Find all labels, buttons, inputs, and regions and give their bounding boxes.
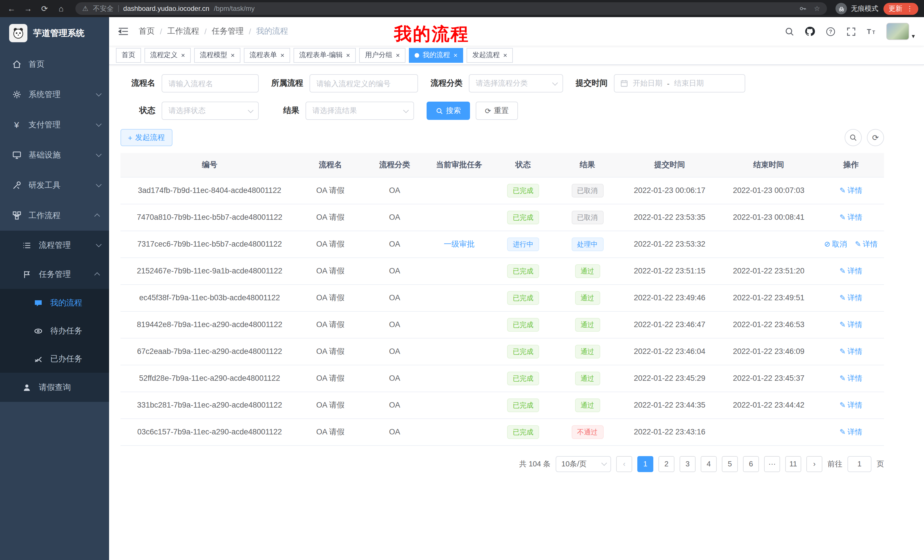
- close-icon[interactable]: ×: [280, 52, 284, 58]
- date-separator: -: [667, 79, 670, 88]
- detail-link[interactable]: ✎详情: [840, 346, 862, 356]
- detail-link[interactable]: ✎详情: [855, 239, 878, 249]
- user-avatar-menu[interactable]: ▾: [886, 23, 915, 40]
- close-icon[interactable]: ×: [346, 52, 350, 58]
- detail-link[interactable]: ✎详情: [840, 212, 862, 222]
- submit-time-range-picker[interactable]: 开始日期 - 结束日期: [614, 74, 745, 93]
- sidebar-item-workflow[interactable]: 工作流程: [0, 201, 109, 231]
- page-button-11[interactable]: 11: [785, 456, 801, 472]
- header-search-icon[interactable]: [784, 26, 795, 37]
- page-button-1[interactable]: 1: [638, 456, 653, 472]
- cell-submit-time: 2022-01-22 23:44:35: [620, 392, 720, 418]
- refresh-table-icon[interactable]: ⟳: [867, 129, 884, 146]
- close-icon[interactable]: ×: [181, 52, 185, 58]
- owner-process-input[interactable]: [309, 74, 418, 93]
- breadcrumb-item[interactable]: 任务管理: [212, 26, 244, 36]
- tab-label: 流程定义: [150, 50, 178, 60]
- sidebar-item-devtools[interactable]: 研发工具: [0, 170, 109, 201]
- cell-actions: ✎详情: [818, 418, 884, 445]
- chrome-update-button[interactable]: 更新 ⋮: [884, 3, 918, 15]
- prev-page-button[interactable]: ‹: [616, 456, 632, 472]
- detail-link[interactable]: ✎详情: [840, 266, 862, 276]
- sidebar-item-leave-query[interactable]: 请假查询: [0, 373, 109, 402]
- chevron-down-icon: [96, 151, 102, 157]
- cell-result: 通过: [555, 392, 620, 418]
- tab-my-process[interactable]: 我的流程 ×: [409, 48, 463, 63]
- password-key-icon[interactable]: [799, 4, 807, 13]
- sidebar-item-my-process[interactable]: 我的流程: [0, 289, 109, 317]
- sidebar-item-done-tasks[interactable]: 已办任务: [0, 345, 109, 373]
- font-size-icon[interactable]: TT: [866, 26, 878, 37]
- close-icon[interactable]: ×: [396, 52, 400, 58]
- cell-submit-time: 2022-01-22 23:51:15: [620, 258, 720, 284]
- cell-category: OA: [362, 231, 427, 258]
- browser-home-icon[interactable]: ⌂: [56, 3, 67, 14]
- status-select[interactable]: 请选择状态: [162, 102, 259, 120]
- bookmark-star-icon[interactable]: ☆: [814, 4, 820, 13]
- sidebar-item-todo-tasks[interactable]: 待办任务: [0, 317, 109, 345]
- browser-forward-icon[interactable]: →: [22, 3, 34, 14]
- close-icon[interactable]: ×: [503, 52, 507, 58]
- cell-current-task: 一级审批: [427, 231, 491, 258]
- tab-process-form-edit[interactable]: 流程表单-编辑 ×: [294, 48, 356, 63]
- sidebar-item-task-management[interactable]: 任务管理: [0, 260, 109, 289]
- detail-link[interactable]: ✎详情: [840, 319, 862, 329]
- browser-menu-icon[interactable]: ⋮: [906, 4, 913, 13]
- tab-process-form[interactable]: 流程表单 ×: [244, 48, 290, 63]
- close-icon[interactable]: ×: [453, 52, 458, 58]
- detail-link[interactable]: ✎详情: [840, 373, 862, 383]
- sidebar-item-system[interactable]: 系统管理: [0, 79, 109, 109]
- app-logo-row[interactable]: 芋道管理系统: [0, 17, 109, 49]
- browser-refresh-icon[interactable]: ⟳: [39, 3, 50, 14]
- sidebar-item-process-management[interactable]: 流程管理: [0, 231, 109, 260]
- fullscreen-icon[interactable]: [846, 26, 857, 37]
- next-page-button[interactable]: ›: [806, 456, 822, 472]
- detail-link[interactable]: ✎详情: [840, 427, 862, 437]
- detail-link[interactable]: ✎详情: [840, 293, 862, 303]
- breadcrumb-item[interactable]: 工作流程: [167, 26, 199, 36]
- tab-process-definition[interactable]: 流程定义 ×: [144, 48, 191, 63]
- create-process-button[interactable]: + 发起流程: [120, 129, 172, 146]
- detail-link[interactable]: ✎详情: [840, 185, 862, 196]
- tab-user-group[interactable]: 用户分组 ×: [359, 48, 405, 63]
- browser-back-icon[interactable]: ←: [6, 3, 17, 14]
- page-more-button[interactable]: ···: [764, 456, 780, 472]
- avatar-caret-down-icon: ▾: [912, 33, 915, 40]
- category-select[interactable]: 请选择流程分类: [469, 74, 563, 93]
- address-bar[interactable]: ⚠ 不安全 dashboard.yudao.iocoder.cn /bpm/ta…: [75, 2, 827, 15]
- avatar[interactable]: [886, 23, 909, 40]
- page-button-2[interactable]: 2: [658, 456, 675, 472]
- page-button-4[interactable]: 4: [701, 456, 717, 472]
- toggle-search-icon[interactable]: [844, 129, 862, 146]
- github-icon[interactable]: [804, 26, 816, 37]
- result-select[interactable]: 请选择流结果: [306, 102, 414, 120]
- status-label: 状态: [120, 106, 162, 116]
- tab-home[interactable]: 首页: [116, 48, 141, 63]
- page-button-5[interactable]: 5: [722, 456, 738, 472]
- page-button-6[interactable]: 6: [743, 456, 759, 472]
- sidebar-item-infrastructure[interactable]: 基础设施: [0, 140, 109, 170]
- search-button[interactable]: 搜索: [427, 102, 470, 120]
- detail-link[interactable]: ✎详情: [840, 400, 862, 410]
- cancel-link[interactable]: ⊘取消: [824, 239, 847, 249]
- process-name-input[interactable]: [162, 74, 259, 93]
- sidebar-item-label: 已办任务: [50, 353, 82, 364]
- col-end-time: 结束时间: [720, 153, 818, 177]
- tab-process-model[interactable]: 流程模型 ×: [194, 48, 240, 63]
- cell-result: 已取消: [555, 204, 620, 231]
- sidebar-item-payment[interactable]: ¥ 支付管理: [0, 109, 109, 140]
- sidebar-item-home[interactable]: 首页: [0, 49, 109, 79]
- breadcrumb-item[interactable]: 首页: [139, 26, 155, 36]
- goto-page-input[interactable]: [848, 456, 872, 472]
- page: ← → ⟳ ⌂ ⚠ 不安全 dashboard.yudao.iocoder.cn…: [0, 0, 924, 560]
- page-button-3[interactable]: 3: [680, 456, 696, 472]
- tab-start-process[interactable]: 发起流程 ×: [466, 48, 513, 63]
- sidebar-toggle-icon[interactable]: [118, 26, 130, 37]
- close-icon[interactable]: ×: [231, 52, 235, 58]
- page-size-select[interactable]: 10条/页: [556, 456, 611, 472]
- cell-current-task: [427, 177, 491, 204]
- current-task-link[interactable]: 一级审批: [444, 240, 475, 248]
- help-question-icon[interactable]: ?: [825, 26, 836, 37]
- cell-category: OA: [362, 284, 427, 311]
- reset-button[interactable]: ⟳ 重置: [476, 102, 518, 120]
